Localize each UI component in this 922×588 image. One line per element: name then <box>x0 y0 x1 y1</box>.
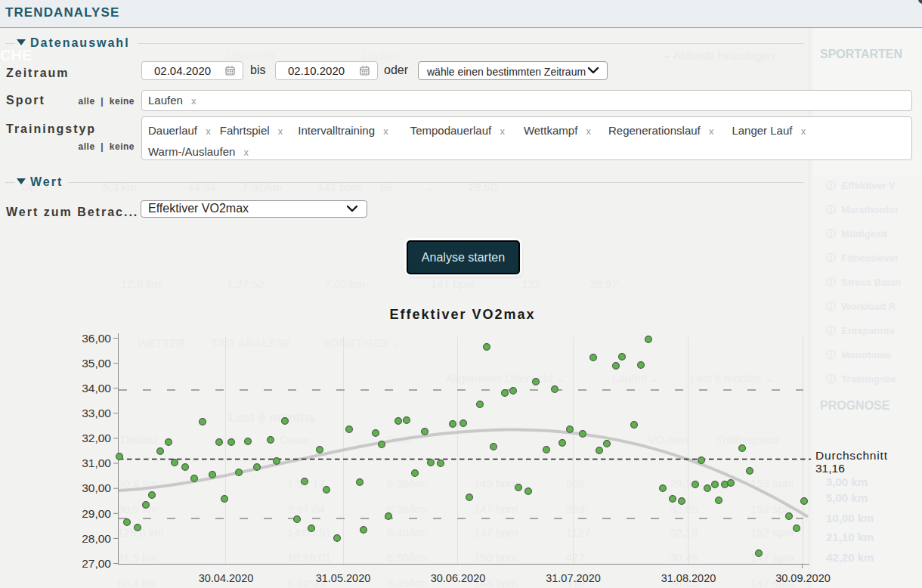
svg-text:28,00: 28,00 <box>82 532 111 545</box>
svg-text:30.04.2020: 30.04.2020 <box>199 572 254 584</box>
svg-text:34,00: 34,00 <box>82 382 111 395</box>
svg-text:31,16: 31,16 <box>815 462 845 475</box>
svg-text:32,00: 32,00 <box>82 432 111 444</box>
svg-text:36,00: 36,00 <box>82 332 111 345</box>
svg-text:31.05.2020: 31.05.2020 <box>316 572 371 584</box>
svg-text:31.08.2020: 31.08.2020 <box>661 572 716 584</box>
svg-text:29,00: 29,00 <box>82 507 111 520</box>
svg-text:27,00: 27,00 <box>82 557 111 570</box>
svg-text:Durchschnitt: Durchschnitt <box>815 449 888 462</box>
svg-text:35,00: 35,00 <box>82 357 111 370</box>
svg-text:30.06.2020: 30.06.2020 <box>431 572 486 584</box>
svg-text:30.09.2020: 30.09.2020 <box>775 572 831 584</box>
svg-text:33,00: 33,00 <box>82 407 111 419</box>
svg-text:31.07.2020: 31.07.2020 <box>546 572 601 584</box>
svg-text:31,00: 31,00 <box>82 456 111 469</box>
svg-text:30,00: 30,00 <box>82 481 111 494</box>
